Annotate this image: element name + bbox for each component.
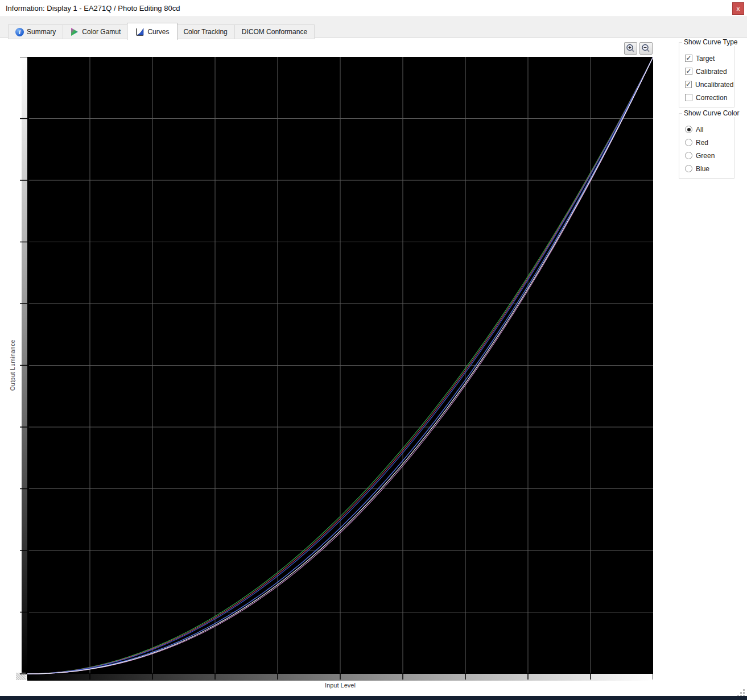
tab-color-tracking-label: Color Tracking bbox=[183, 28, 227, 36]
gamut-icon bbox=[70, 27, 79, 36]
correction-label: Correction bbox=[696, 94, 727, 102]
zoom-in-button[interactable] bbox=[624, 42, 637, 55]
title-bar: Information: Display 1 - EA271Q / Photo … bbox=[0, 0, 747, 17]
tab-curves-label: Curves bbox=[147, 28, 169, 36]
curve-type-options: ✓ Target ✓ Calibrated ✓ Uncalibrated ✓ C… bbox=[685, 52, 732, 104]
radio-red[interactable]: Red bbox=[685, 136, 732, 149]
tab-dicom-conformance-label: DICOM Conformance bbox=[242, 28, 307, 36]
tab-summary[interactable]: i Summary bbox=[8, 24, 63, 39]
checkbox-uncalibrated[interactable]: ✓ Uncalibrated bbox=[685, 78, 732, 91]
uncalibrated-label: Uncalibrated bbox=[695, 81, 733, 89]
blue-label: Blue bbox=[696, 165, 709, 173]
info-icon: i bbox=[15, 28, 24, 36]
radio-blue[interactable]: Blue bbox=[685, 162, 732, 175]
checkbox-correction[interactable]: ✓ Correction bbox=[685, 91, 732, 104]
curves-chart bbox=[17, 57, 653, 682]
tab-dicom-conformance[interactable]: DICOM Conformance bbox=[235, 24, 315, 39]
calibrated-label: Calibrated bbox=[696, 68, 727, 76]
tab-color-gamut[interactable]: Color Gamut bbox=[63, 24, 128, 39]
curves-icon bbox=[135, 27, 145, 36]
calibrated-checkbox[interactable]: ✓ bbox=[685, 68, 692, 75]
tab-curves[interactable]: Curves bbox=[127, 23, 178, 40]
red-radio[interactable] bbox=[685, 139, 692, 146]
resize-grip[interactable] bbox=[743, 689, 745, 691]
target-checkbox[interactable]: ✓ bbox=[685, 55, 692, 62]
close-button[interactable]: x bbox=[732, 2, 744, 15]
show-curve-type-group: Show Curve Type ✓ Target ✓ Calibrated ✓ … bbox=[679, 42, 734, 107]
show-curve-color-title: Show Curve Color bbox=[682, 109, 741, 117]
checkbox-target[interactable]: ✓ Target bbox=[685, 52, 732, 65]
target-label: Target bbox=[696, 55, 715, 63]
tab-color-gamut-label: Color Gamut bbox=[82, 28, 121, 36]
all-label: All bbox=[696, 126, 703, 134]
window-bottom-edge bbox=[0, 696, 747, 700]
show-curve-color-group: Show Curve Color All Red Green Blue bbox=[679, 113, 734, 179]
zoom-in-icon bbox=[626, 44, 635, 53]
x-axis-label: Input Level bbox=[27, 682, 653, 689]
radio-green[interactable]: Green bbox=[685, 149, 732, 162]
show-curve-type-title: Show Curve Type bbox=[682, 38, 740, 46]
green-radio[interactable] bbox=[685, 152, 692, 159]
blue-radio[interactable] bbox=[685, 165, 692, 172]
zoom-out-button[interactable] bbox=[639, 42, 653, 55]
checkbox-calibrated[interactable]: ✓ Calibrated bbox=[685, 65, 732, 78]
uncalibrated-checkbox[interactable]: ✓ bbox=[685, 81, 692, 88]
red-label: Red bbox=[696, 139, 708, 147]
radio-all[interactable]: All bbox=[685, 123, 732, 136]
green-label: Green bbox=[696, 152, 715, 160]
all-radio[interactable] bbox=[685, 126, 692, 133]
curve-color-options: All Red Green Blue bbox=[685, 123, 732, 175]
tab-summary-label: Summary bbox=[27, 28, 56, 36]
correction-checkbox[interactable]: ✓ bbox=[685, 94, 692, 101]
y-axis-label: Output Luminance bbox=[9, 57, 16, 674]
tab-color-tracking[interactable]: Color Tracking bbox=[176, 24, 234, 39]
zoom-out-icon bbox=[641, 44, 651, 53]
window-title: Information: Display 1 - EA271Q / Photo … bbox=[6, 4, 180, 13]
tab-strip: i Summary Color Gamut Curves Color Track… bbox=[8, 23, 315, 39]
